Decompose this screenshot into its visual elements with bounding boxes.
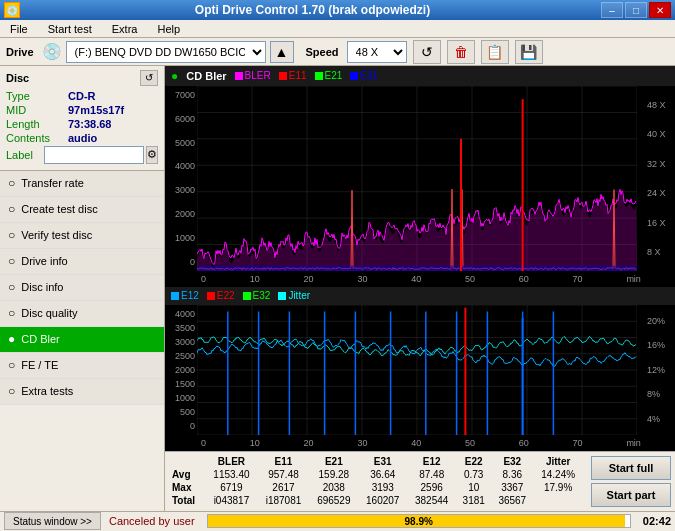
total-e12: 382544 xyxy=(407,494,456,507)
e22-legend-label: E22 xyxy=(217,290,235,301)
close-button[interactable]: ✕ xyxy=(649,2,671,18)
sidebar-item-transfer-rate-label: Transfer rate xyxy=(21,177,84,189)
sidebar-item-create-test-disc-label: Create test disc xyxy=(21,203,97,215)
drive-select[interactable]: (F:) BENQ DVD DD DW1650 BCIC xyxy=(66,41,266,63)
drive-label: Drive xyxy=(6,46,34,58)
stats-table: BLER E11 E21 E31 E12 E22 E32 Jitter xyxy=(169,455,583,507)
disc-section: Disc ↺ Type CD-R MID 97m15s17f Length 73… xyxy=(0,66,164,171)
col-jitter: Jitter xyxy=(533,455,583,468)
menu-extra[interactable]: Extra xyxy=(106,21,144,37)
statusbar: Status window >> Canceled by user 98.9% … xyxy=(0,511,675,531)
e11-legend-label: E11 xyxy=(289,70,307,81)
disc-refresh-button[interactable]: ↺ xyxy=(140,70,158,86)
disc-contents-label: Contents xyxy=(6,132,68,144)
total-e11: i187081 xyxy=(258,494,310,507)
total-e31: 160207 xyxy=(358,494,407,507)
avg-e21: 159.28 xyxy=(309,468,358,481)
sidebar-item-fe-te-label: FE / TE xyxy=(21,359,58,371)
e11-legend-dot xyxy=(279,72,287,80)
col-e22: E22 xyxy=(456,455,491,468)
maximize-button[interactable]: □ xyxy=(625,2,647,18)
sidebar-item-transfer-rate[interactable]: ○ Transfer rate xyxy=(0,171,164,197)
total-jitter xyxy=(533,494,583,507)
stats-avg-row: Avg 1153.40 957.48 159.28 36.64 87.48 0.… xyxy=(169,468,583,481)
fe-te-icon: ○ xyxy=(8,358,15,372)
col-empty xyxy=(169,455,205,468)
disc-label-input[interactable] xyxy=(44,146,144,164)
sidebar-menu: ○ Transfer rate ○ Create test disc ○ Ver… xyxy=(0,171,164,511)
chart2-x-axis: 0 10 20 30 40 50 60 70 min xyxy=(165,435,675,451)
minimize-button[interactable]: – xyxy=(601,2,623,18)
sidebar-item-extra-tests[interactable]: ○ Extra tests xyxy=(0,379,164,405)
chart2-legendbar: E12 E22 E32 Jitter xyxy=(165,287,675,305)
sidebar-item-disc-quality[interactable]: ○ Disc quality xyxy=(0,301,164,327)
drivebar: Drive 💿 (F:) BENQ DVD DD DW1650 BCIC ▲ S… xyxy=(0,38,675,65)
stats-and-buttons: BLER E11 E21 E31 E12 E22 E32 Jitter xyxy=(165,451,675,511)
menubar: File Start test Extra Help xyxy=(0,20,675,38)
main-area: Disc ↺ Type CD-R MID 97m15s17f Length 73… xyxy=(0,66,675,511)
progress-container: 98.9% xyxy=(207,514,631,528)
sidebar: Disc ↺ Type CD-R MID 97m15s17f Length 73… xyxy=(0,66,165,511)
progress-text: 98.9% xyxy=(208,515,630,527)
sidebar-item-create-test-disc[interactable]: ○ Create test disc xyxy=(0,197,164,223)
refresh-button[interactable]: ↺ xyxy=(413,40,441,64)
verify-test-disc-icon: ○ xyxy=(8,228,15,242)
status-window-button[interactable]: Status window >> xyxy=(4,512,101,530)
menu-help[interactable]: Help xyxy=(151,21,186,37)
menu-start-test[interactable]: Start test xyxy=(42,21,98,37)
chart1-title: CD Bler xyxy=(186,70,226,82)
col-e21: E21 xyxy=(309,455,358,468)
sidebar-item-verify-test-disc[interactable]: ○ Verify test disc xyxy=(0,223,164,249)
max-bler: 6719 xyxy=(205,481,257,494)
titlebar: 💿 Opti Drive Control 1.70 (brak odpowied… xyxy=(0,0,675,20)
menu-file[interactable]: File xyxy=(4,21,34,37)
max-e21: 2038 xyxy=(309,481,358,494)
avg-e32: 8.36 xyxy=(491,468,533,481)
transfer-rate-icon: ○ xyxy=(8,176,15,190)
sidebar-item-disc-info[interactable]: ○ Disc info xyxy=(0,275,164,301)
disc-label-settings-button[interactable]: ⚙ xyxy=(146,146,158,164)
total-bler: i043817 xyxy=(205,494,257,507)
max-e31: 3193 xyxy=(358,481,407,494)
speed-select[interactable]: 48 X xyxy=(347,41,407,63)
copy-button[interactable]: 📋 xyxy=(481,40,509,64)
chart1-x-axis: 0 10 20 30 40 50 60 70 min xyxy=(165,271,675,287)
stats-total-row: Total i043817 i187081 696529 160207 3825… xyxy=(169,494,583,507)
total-e21: 696529 xyxy=(309,494,358,507)
chart2-canvas xyxy=(197,305,645,435)
avg-jitter: 14.24% xyxy=(533,468,583,481)
disc-header-label: Disc xyxy=(6,72,29,84)
window: 💿 Opti Drive Control 1.70 (brak odpowied… xyxy=(0,0,675,531)
start-full-button[interactable]: Start full xyxy=(591,456,671,480)
save-button[interactable]: 💾 xyxy=(515,40,543,64)
sidebar-item-fe-te[interactable]: ○ FE / TE xyxy=(0,353,164,379)
time-display: 02:42 xyxy=(643,515,671,527)
max-e22: 10 xyxy=(456,481,491,494)
drive-icon: 💿 xyxy=(42,42,62,61)
total-e22: 3181 xyxy=(456,494,491,507)
disc-length-label: Length xyxy=(6,118,68,130)
eject-button[interactable]: ▲ xyxy=(270,41,294,63)
sidebar-item-drive-info[interactable]: ○ Drive info xyxy=(0,249,164,275)
charts-area: ● CD Bler BLER E11 E21 xyxy=(165,66,675,451)
e21-legend-label: E21 xyxy=(325,70,343,81)
max-label: Max xyxy=(169,481,205,494)
chart2-y-axis: 4000 3500 3000 2500 2000 1500 1000 500 0 xyxy=(165,305,197,435)
e21-legend-dot xyxy=(315,72,323,80)
e22-legend-dot xyxy=(207,292,215,300)
chart1-disc-icon: ● xyxy=(171,69,178,83)
disc-type-value: CD-R xyxy=(68,90,96,102)
col-e32: E32 xyxy=(491,455,533,468)
chart1-canvas xyxy=(197,86,645,271)
extra-tests-icon: ○ xyxy=(8,384,15,398)
disc-mid-value: 97m15s17f xyxy=(68,104,124,116)
avg-e11: 957.48 xyxy=(258,468,310,481)
erase-button[interactable]: 🗑 xyxy=(447,40,475,64)
col-e31: E31 xyxy=(358,455,407,468)
start-part-button[interactable]: Start part xyxy=(591,483,671,507)
col-e11: E11 xyxy=(258,455,310,468)
sidebar-item-cd-bler[interactable]: ● CD Bler xyxy=(0,327,164,353)
chart1-y-axis: 7000 6000 5000 4000 3000 2000 1000 0 xyxy=(165,86,197,271)
bler-legend-label: BLER xyxy=(245,70,271,81)
jitter-legend-dot xyxy=(278,292,286,300)
